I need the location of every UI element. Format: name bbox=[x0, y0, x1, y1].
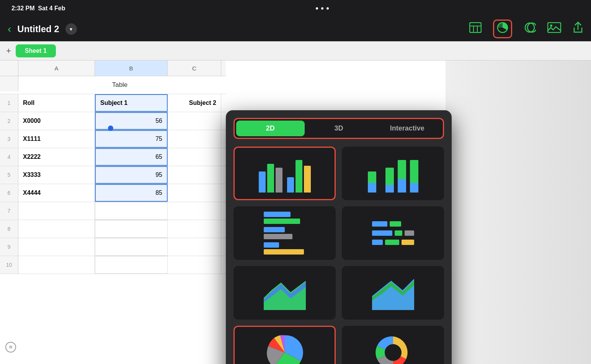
column-header-row: A B C bbox=[0, 60, 226, 76]
status-indicators bbox=[316, 7, 329, 10]
row-num-5: 5 bbox=[0, 166, 18, 184]
column-resize-handle[interactable] bbox=[108, 126, 113, 131]
col-header-b[interactable]: B bbox=[95, 60, 168, 76]
cell-4-b[interactable]: 65 bbox=[95, 148, 168, 166]
cell-3-c[interactable] bbox=[168, 130, 221, 148]
row-num-4: 4 bbox=[0, 148, 18, 166]
cell-9-a[interactable] bbox=[18, 238, 95, 256]
table-row: 4 X2222 65 bbox=[0, 148, 226, 166]
status-dot-1 bbox=[316, 7, 318, 10]
pie-chart-preview bbox=[266, 333, 304, 364]
tab-interactive[interactable]: Interactive bbox=[373, 121, 441, 136]
toolbar-left: ‹ Untitled 2 ▾ bbox=[8, 23, 469, 35]
corner-cell bbox=[0, 60, 18, 76]
image-icon[interactable] bbox=[547, 22, 561, 36]
chart-type-hbar-grouped[interactable] bbox=[233, 206, 336, 260]
row-num-6: 6 bbox=[0, 184, 18, 202]
document-title: Untitled 2 bbox=[17, 24, 59, 34]
table-title-cell[interactable]: Table bbox=[18, 76, 221, 94]
table-row: 8 bbox=[0, 220, 226, 238]
cell-1-c[interactable]: Subject 2 bbox=[168, 94, 221, 112]
cell-10-b[interactable] bbox=[95, 256, 168, 274]
table-row: 10 bbox=[0, 256, 226, 274]
toolbar: ‹ Untitled 2 ▾ bbox=[0, 17, 591, 41]
formula-indicator[interactable]: = bbox=[5, 342, 16, 353]
sheet-tab-1[interactable]: Sheet 1 bbox=[16, 44, 56, 57]
cell-1-a[interactable]: Roll bbox=[18, 94, 95, 112]
shape-icon[interactable] bbox=[524, 22, 536, 36]
share-icon[interactable] bbox=[573, 21, 583, 36]
cell-5-a[interactable]: X3333 bbox=[18, 166, 95, 184]
back-button[interactable]: ‹ bbox=[8, 24, 11, 34]
add-sheet-button[interactable]: + bbox=[5, 44, 13, 57]
row-num-1: 1 bbox=[0, 94, 18, 112]
toolbar-right bbox=[469, 20, 583, 38]
hbar-stacked-preview bbox=[372, 221, 414, 245]
row-num-7: 7 bbox=[0, 202, 18, 220]
area-chart-2-preview bbox=[372, 276, 414, 310]
chart-mode-tabs: 2D 3D Interactive bbox=[233, 118, 444, 139]
cell-3-b[interactable]: 75 bbox=[95, 130, 168, 148]
chart-type-picker: 2D 3D Interactive bbox=[226, 110, 452, 364]
cell-9-c[interactable] bbox=[168, 238, 221, 256]
bar-grouped-preview bbox=[259, 154, 311, 193]
spreadsheet-dim-overlay bbox=[446, 60, 591, 364]
chart-icon[interactable] bbox=[493, 20, 512, 38]
chart-type-hbar-stacked[interactable] bbox=[342, 206, 444, 260]
row-num-10: 10 bbox=[0, 256, 18, 274]
table-icon[interactable] bbox=[469, 22, 482, 36]
svg-point-13 bbox=[385, 344, 402, 361]
cell-4-c[interactable] bbox=[168, 148, 221, 166]
chart-type-bar-grouped[interactable] bbox=[233, 147, 336, 200]
col-header-a[interactable]: A bbox=[18, 60, 95, 76]
tab-3d[interactable]: 3D bbox=[305, 121, 373, 136]
donut-chart-preview bbox=[374, 333, 412, 364]
cell-7-b[interactable] bbox=[95, 202, 168, 220]
cell-10-a[interactable] bbox=[18, 256, 95, 274]
tab-2d[interactable]: 2D bbox=[236, 121, 305, 136]
spreadsheet: A B C Table 1 Roll Subject 1 Subject 2 2… bbox=[0, 60, 226, 274]
area-chart-1-preview bbox=[264, 276, 306, 310]
title-chevron-button[interactable]: ▾ bbox=[65, 23, 77, 35]
cell-7-a[interactable] bbox=[18, 202, 95, 220]
cell-10-c[interactable] bbox=[168, 256, 221, 274]
cell-9-b[interactable] bbox=[95, 238, 168, 256]
cell-3-a[interactable]: X1111 bbox=[18, 130, 95, 148]
chart-type-bar-stacked[interactable] bbox=[342, 147, 444, 200]
cell-8-c[interactable] bbox=[168, 220, 221, 238]
chart-type-area-1[interactable] bbox=[233, 266, 336, 320]
table-row: 7 bbox=[0, 202, 226, 220]
hbar-grouped-preview bbox=[264, 212, 306, 255]
row-num-3: 3 bbox=[0, 130, 18, 148]
chart-type-donut[interactable] bbox=[342, 326, 444, 364]
cell-2-a[interactable]: X0000 bbox=[18, 112, 95, 130]
cell-2-b[interactable]: 56 bbox=[95, 112, 168, 130]
cell-4-a[interactable]: X2222 bbox=[18, 148, 95, 166]
table-title-row: Table bbox=[0, 76, 226, 94]
cell-1-b[interactable]: Subject 1 bbox=[95, 94, 168, 112]
cell-8-b[interactable] bbox=[95, 220, 168, 238]
status-bar: 2:32 PM Sat 4 Feb bbox=[0, 0, 591, 17]
cell-7-c[interactable] bbox=[168, 202, 221, 220]
cell-5-c[interactable] bbox=[168, 166, 221, 184]
table-row: 9 bbox=[0, 238, 226, 256]
table-row: 1 Roll Subject 1 Subject 2 bbox=[0, 94, 226, 112]
table-row: 6 X4444 85 bbox=[0, 184, 226, 202]
spreadsheet-area: A B C Table 1 Roll Subject 1 Subject 2 2… bbox=[0, 60, 591, 364]
svg-rect-7 bbox=[548, 23, 561, 33]
row-num-2: 2 bbox=[0, 112, 18, 130]
chart-type-pie[interactable] bbox=[233, 326, 336, 364]
cell-5-b[interactable]: 95 bbox=[95, 166, 168, 184]
cell-6-a[interactable]: X4444 bbox=[18, 184, 95, 202]
cell-6-b[interactable]: 85 bbox=[95, 184, 168, 202]
cell-6-c[interactable] bbox=[168, 184, 221, 202]
chart-type-area-2[interactable] bbox=[342, 266, 444, 320]
chart-type-grid bbox=[233, 147, 444, 364]
table-row: 3 X1111 75 bbox=[0, 130, 226, 148]
cell-8-a[interactable] bbox=[18, 220, 95, 238]
status-dot-3 bbox=[327, 7, 329, 10]
bar-stacked-preview bbox=[368, 154, 418, 193]
cell-2-c[interactable] bbox=[168, 112, 221, 130]
status-time: 2:32 PM Sat 4 Feb bbox=[11, 5, 65, 12]
col-header-c[interactable]: C bbox=[168, 60, 221, 76]
